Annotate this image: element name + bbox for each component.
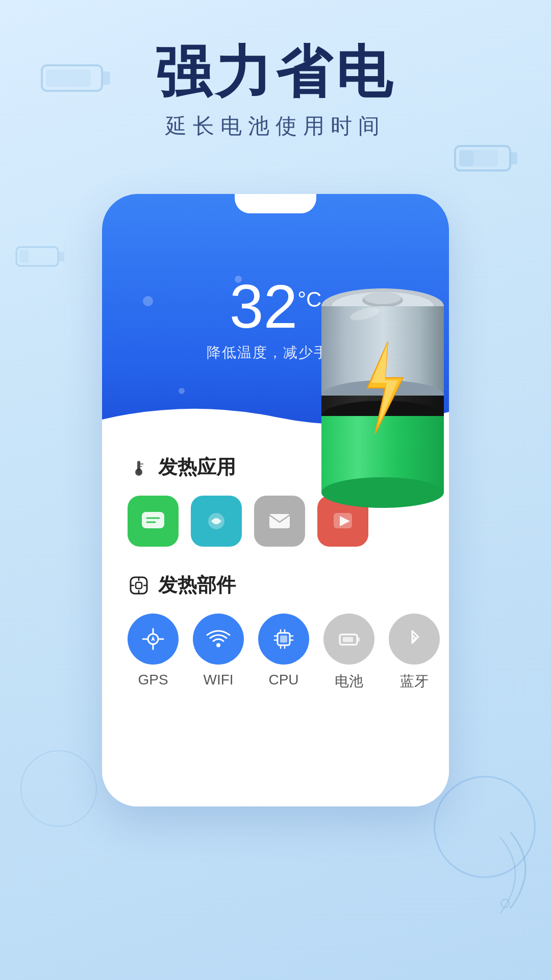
main-title: 强力省电	[0, 41, 551, 103]
svg-point-34	[216, 643, 220, 647]
wifi-label: WIFI	[203, 672, 233, 688]
gps-circle	[128, 614, 179, 665]
app-icon-messages[interactable]	[128, 496, 179, 547]
svg-rect-47	[343, 637, 353, 642]
svg-marker-33	[151, 636, 155, 641]
battery-3d-decoration	[286, 276, 449, 521]
bluetooth-circle	[389, 614, 440, 665]
bg-circle-decoration-2	[20, 750, 97, 827]
gear-icon	[128, 574, 150, 597]
svg-rect-36	[280, 635, 287, 643]
svg-point-12	[137, 470, 141, 474]
svg-rect-9	[19, 250, 29, 263]
svg-rect-8	[58, 252, 64, 261]
svg-rect-6	[459, 150, 473, 166]
hot-apps-label: 发热应用	[158, 454, 236, 480]
component-battery[interactable]: 电池	[323, 614, 374, 691]
bg-battery-small-icon	[15, 245, 66, 268]
component-wifi[interactable]: WIFI	[193, 614, 244, 691]
component-gps[interactable]: GPS	[128, 614, 179, 691]
cpu-circle	[258, 614, 309, 665]
phone-notch	[235, 194, 316, 213]
bluetooth-label: 蓝牙	[400, 672, 429, 691]
svg-point-51	[364, 292, 401, 304]
svg-rect-4	[510, 152, 517, 164]
header: 强力省电 延长电池使用时间	[0, 41, 551, 140]
thermometer-icon	[128, 456, 150, 479]
battery-circle	[323, 614, 374, 665]
phone-mockup: 32°C 降低温度，减少手机 发热应用	[102, 194, 449, 806]
app-icon-teal[interactable]	[191, 496, 242, 547]
cpu-label: CPU	[268, 672, 298, 688]
svg-rect-15	[142, 512, 164, 528]
component-cpu[interactable]: CPU	[258, 614, 309, 691]
bg-lines-decoration	[418, 827, 531, 929]
components-row: GPS WIFI	[128, 614, 423, 691]
wifi-circle	[193, 614, 244, 665]
component-bluetooth[interactable]: 蓝牙	[389, 614, 440, 691]
battery-label: 电池	[335, 672, 363, 691]
svg-rect-23	[136, 582, 142, 589]
gps-label: GPS	[138, 672, 168, 688]
svg-point-57	[321, 477, 444, 508]
hot-components-label: 发热部件	[158, 572, 236, 598]
bg-battery-right-icon	[454, 143, 520, 174]
main-subtitle: 延长电池使用时间	[0, 112, 551, 140]
svg-rect-46	[357, 638, 360, 642]
hot-components-section-title: 发热部件	[128, 572, 423, 598]
